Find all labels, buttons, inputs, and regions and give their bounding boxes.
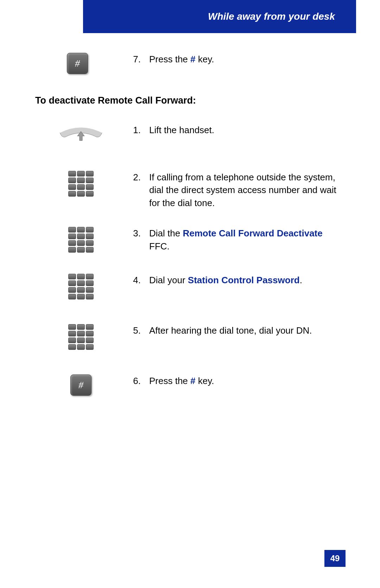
keypad-icon <box>68 324 94 350</box>
step-row-1: 1. Lift the handset. <box>35 124 345 150</box>
hash-key-icon: # <box>67 53 88 74</box>
icon-col <box>35 171 127 197</box>
text-col: 1. Lift the handset. <box>127 124 345 136</box>
handset-icon <box>56 124 106 150</box>
text-col: 6. Press the # key. <box>127 375 345 387</box>
step-row-5: 5. After hearing the dial tone, dial you… <box>35 324 345 350</box>
icon-col: # <box>35 375 127 396</box>
step-row-6: # 6. Press the # key. <box>35 375 345 396</box>
pre-step-row: # 7. Press the # key. <box>35 53 345 74</box>
header-title: While away from your desk <box>208 11 335 22</box>
text-col: 2. If calling from a telephone outside t… <box>127 171 345 209</box>
icon-col: # <box>35 53 127 74</box>
step-text: Lift the handset. <box>149 124 345 136</box>
icon-col <box>35 324 127 350</box>
header-bar: While away from your desk <box>83 0 356 33</box>
step-number: 7. <box>127 53 141 66</box>
step-number: 2. <box>127 171 141 209</box>
icon-col <box>35 274 127 299</box>
step-number: 6. <box>127 375 141 387</box>
step-number: 3. <box>127 227 141 253</box>
step-row-2: 2. If calling from a telephone outside t… <box>35 171 345 209</box>
step-text: After hearing the dial tone, dial your D… <box>149 324 345 337</box>
step-number: 5. <box>127 324 141 337</box>
keypad-icon <box>68 274 94 299</box>
text-col: 4. Dial your Station Control Password. <box>127 274 345 286</box>
text-col: 3. Dial the Remote Call Forward Deactiva… <box>127 227 345 253</box>
text-col: 5. After hearing the dial tone, dial you… <box>127 324 345 337</box>
icon-col <box>35 227 127 253</box>
icon-col <box>35 124 127 150</box>
step-row-4: 4. Dial your Station Control Password. <box>35 274 345 299</box>
step-number: 4. <box>127 274 141 286</box>
step-text: Dial the Remote Call Forward Deactivate … <box>149 227 345 253</box>
step-text: Press the # key. <box>149 375 345 387</box>
step-text: Dial your Station Control Password. <box>149 274 345 286</box>
step-text: Press the # key. <box>149 53 345 66</box>
keypad-icon <box>68 171 94 197</box>
keypad-icon <box>68 227 94 253</box>
page-number: 49 <box>324 550 346 567</box>
page-content: # 7. Press the # key. To deactivate Remo… <box>0 49 380 410</box>
step-row-3: 3. Dial the Remote Call Forward Deactiva… <box>35 227 345 253</box>
step-text: If calling from a telephone outside the … <box>149 171 345 209</box>
section-heading: To deactivate Remote Call Forward: <box>35 95 345 106</box>
step-number: 1. <box>127 124 141 136</box>
text-col: 7. Press the # key. <box>127 53 345 66</box>
hash-key-icon: # <box>70 375 91 396</box>
